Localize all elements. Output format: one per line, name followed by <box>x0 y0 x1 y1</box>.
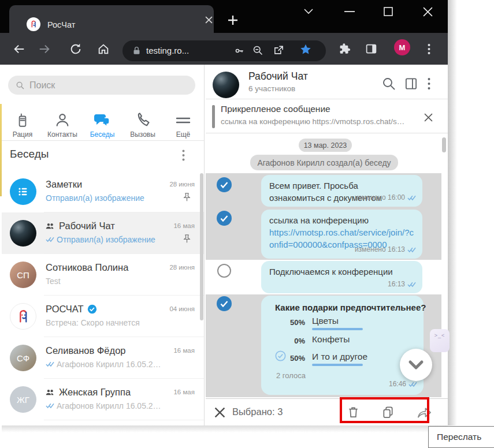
tab-close-icon[interactable] <box>203 14 214 25</box>
row-separator <box>44 420 204 420</box>
double-check-icon <box>407 282 416 288</box>
avatar-initials: СФ <box>17 353 29 363</box>
verified-badge-icon <box>87 304 97 314</box>
chat-list-item-roschat[interactable]: РОСЧАТ Встреча: Скоро начнется 04 июня <box>2 296 204 337</box>
tab-title: РосЧат <box>47 20 75 29</box>
message-checkbox-checked[interactable] <box>217 296 232 311</box>
poll-option-bar <box>312 364 363 366</box>
scroll-down-button[interactable] <box>400 349 432 381</box>
window-close-icon[interactable] <box>421 5 434 18</box>
message-bubble[interactable]: Всем привет. Просьба ознакомиться с доку… <box>261 175 422 207</box>
chat-date: 16 мая <box>173 347 195 354</box>
double-check-icon <box>46 237 54 242</box>
pinned-close-icon[interactable] <box>423 112 433 122</box>
profile-avatar[interactable]: M <box>394 39 410 55</box>
window-tab-search-icon[interactable] <box>302 6 315 17</box>
forward-tooltip: Переслать <box>428 426 494 448</box>
zoom-out-icon[interactable] <box>252 44 263 56</box>
chat-title: РОСЧАТ <box>46 304 84 315</box>
nav-tab-more[interactable]: Ещё <box>163 111 203 139</box>
extensions-puzzle-icon[interactable] <box>339 43 351 55</box>
chat-date: 28 июня <box>169 181 195 188</box>
screenshot-root: РосЧат testing.ro... <box>0 0 494 448</box>
chat-subtitle: Отправил(а) изображение <box>46 193 144 203</box>
double-check-icon <box>407 195 416 201</box>
message-bubble[interactable]: Подключаемся к конференции 16:13 <box>261 261 422 293</box>
sidebar-scrollbar-thumb[interactable] <box>200 173 203 320</box>
bookmark-star-icon[interactable] <box>299 43 312 56</box>
home-icon[interactable] <box>96 42 111 57</box>
double-check-icon <box>408 382 417 387</box>
forward-icon[interactable] <box>37 42 52 57</box>
date-chip: 13 мар. 2023 <box>299 139 352 152</box>
double-check-icon <box>407 247 416 253</box>
profile-initial: M <box>399 43 406 52</box>
chat-search-icon[interactable] <box>381 76 396 91</box>
nav-tab-contacts[interactable]: Контакты <box>42 111 83 139</box>
chats-section-title: Беседы <box>10 148 49 160</box>
nav-tab-calls[interactable]: Вызовы <box>122 111 163 139</box>
share-icon[interactable] <box>273 44 285 56</box>
chat-participants: 6 участников <box>248 84 295 93</box>
new-tab-button[interactable] <box>225 13 240 28</box>
nav-tab-radio[interactable]: Рация <box>2 111 43 139</box>
poll-votes: 2 голоса <box>276 369 306 382</box>
nav-label-more: Ещё <box>163 130 203 139</box>
chat-list-item-work-chat[interactable]: Рабочий Чат Отправил(а) изображение 16 м… <box>2 212 204 254</box>
chat-date: 28 июня <box>169 264 195 271</box>
highlight-red-box <box>340 397 429 423</box>
nav-label-radio: Рация <box>2 130 43 139</box>
poll-option-label[interactable]: И то и другое <box>312 350 367 363</box>
chat-list-item-womens-group[interactable]: ЖГ Женская Группа Агафонов Кирилл 16.05.… <box>2 379 204 420</box>
chats-menu-kebab-icon[interactable] <box>178 148 188 163</box>
phone-icon <box>122 111 163 128</box>
chat-list-item-notes[interactable]: Заметки Отправил(а) изображение 28 июня <box>2 171 204 212</box>
search-input[interactable]: Поиск <box>8 76 195 95</box>
notes-list-icon <box>16 185 30 199</box>
chat-menu-kebab-icon[interactable] <box>425 77 433 91</box>
window-right-shadow <box>448 0 457 425</box>
message-checkbox-checked[interactable] <box>217 211 232 226</box>
nav-tab-chats[interactable]: Беседы <box>82 111 122 139</box>
sticker-fragment: >_< <box>430 329 450 352</box>
roschat-logo-icon <box>15 308 31 324</box>
chat-bubbles-icon <box>82 111 122 128</box>
chat-subtitle: Агафонов Кирилл 16.05.2… <box>57 360 161 369</box>
chat-list-item-selivanov[interactable]: СФ Селиванов Фёдор Агафонов Кирилл 16.05… <box>2 337 204 379</box>
key-icon[interactable] <box>233 46 245 56</box>
poll-message-bubble[interactable]: Какие подарки предпочтительнее? 50% Цвет… <box>261 296 424 395</box>
message-checkbox-checked[interactable] <box>217 177 232 192</box>
reload-icon[interactable] <box>68 42 83 57</box>
side-panel-icon[interactable] <box>365 43 377 55</box>
back-icon[interactable] <box>12 42 27 57</box>
lock-icon[interactable] <box>132 46 142 56</box>
chat-header-avatar[interactable] <box>213 72 239 98</box>
poll-option-label[interactable]: Цветы <box>312 315 339 327</box>
chat-scrollbar-thumb[interactable] <box>442 137 446 152</box>
chat-list-item-sotnikova[interactable]: СП Сотникова Полина Test 28 июня <box>2 254 204 296</box>
search-placeholder: Поиск <box>29 80 55 91</box>
window-minimize-icon[interactable] <box>343 7 356 16</box>
nav-label-calls: Вызовы <box>122 130 163 139</box>
browser-tab[interactable]: РосЧат <box>9 5 214 33</box>
message-bubble[interactable]: ссылка на конференцию https://vmotsp.ros… <box>261 210 422 259</box>
message-meta: изменено 16:13 <box>355 244 416 256</box>
pin-icon <box>183 234 191 244</box>
system-message-chip: Агафонов Кирилл создал(а) беседу <box>250 155 398 170</box>
pinned-text: ссылка на конференцию https://vmotsp.ros… <box>221 117 404 126</box>
chat-date: 16 мая <box>173 222 195 229</box>
selivanov-avatar: СФ <box>10 345 36 371</box>
walkie-talkie-icon <box>2 111 43 128</box>
message-checkbox-unchecked[interactable] <box>217 264 231 278</box>
nav-label-chats: Беседы <box>82 130 122 139</box>
avatar-initials: СП <box>17 270 29 280</box>
cancel-selection-icon[interactable] <box>213 405 226 419</box>
browser-menu-kebab-icon[interactable] <box>424 42 433 57</box>
double-check-icon <box>46 361 54 367</box>
chat-panel-toggle-icon[interactable] <box>403 76 418 91</box>
url-text[interactable]: testing.ro... <box>146 46 189 55</box>
window-maximize-icon[interactable] <box>382 6 394 17</box>
poll-option-label[interactable]: Конфеты <box>312 333 350 345</box>
work-chat-avatar <box>10 220 36 247</box>
poll-option-percent: 50% <box>261 316 305 328</box>
